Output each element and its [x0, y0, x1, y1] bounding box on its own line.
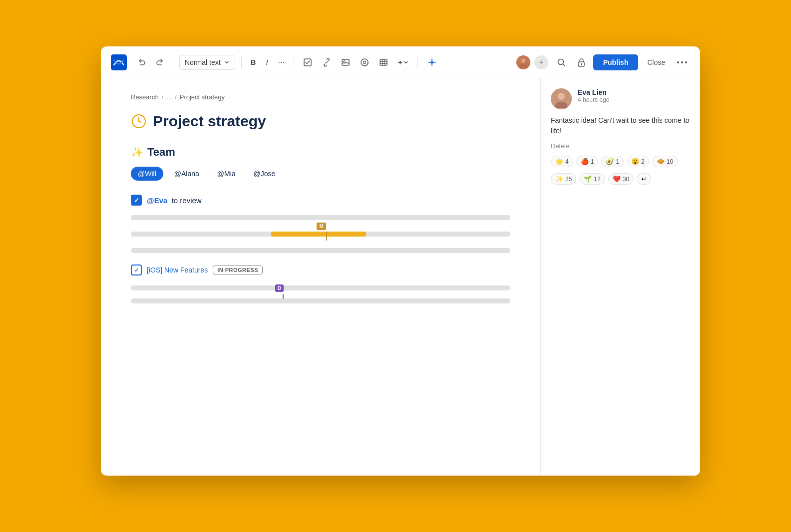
more-formatting-button[interactable]: ···: [275, 56, 288, 69]
task-eva-review: @Eva to review: [131, 195, 510, 206]
svg-point-5: [363, 61, 366, 63]
gantt-bar-bg-3: [131, 248, 510, 253]
reaction-waffle[interactable]: 🧇 10: [652, 156, 678, 167]
task-checkbox-1[interactable]: [131, 195, 142, 206]
ios-task-label[interactable]: [iOS] New Features: [147, 266, 208, 274]
reaction-avocado[interactable]: 🥑 1: [601, 156, 624, 167]
image-button[interactable]: [338, 56, 353, 69]
svg-rect-6: [380, 59, 387, 65]
reaction-seedling[interactable]: 🌱 12: [579, 173, 605, 185]
svg-point-13: [558, 59, 563, 64]
gantt-bar-fill: [271, 232, 366, 237]
reaction-waffle-emoji: 🧇: [657, 158, 665, 165]
search-button[interactable]: [553, 54, 569, 70]
svg-point-18: [685, 61, 687, 63]
gantt-cursor-d: D: [275, 284, 284, 292]
gantt-cursor-line: [326, 232, 327, 241]
table-button[interactable]: [376, 56, 391, 69]
toolbar-divider-2: [241, 56, 242, 68]
restrictions-button[interactable]: [573, 54, 589, 70]
reaction-surprised-count: 2: [641, 158, 645, 165]
svg-rect-2: [342, 59, 349, 65]
close-button[interactable]: Close: [642, 55, 670, 69]
ios-task: [iOS] New Features IN PROGRESS: [131, 265, 510, 275]
breadcrumb: Research / ... / Project strategy: [131, 93, 510, 101]
reaction-apple-count: 1: [591, 158, 594, 165]
team-sparkle-icon: ✨: [131, 146, 143, 158]
toolbar: Normal text B I ···: [101, 46, 700, 78]
link-button[interactable]: [319, 56, 334, 69]
gantt-bar-3: [131, 247, 510, 255]
breadcrumb-current: Project strategy: [180, 93, 225, 101]
gantt-bar2-1: D: [131, 285, 510, 293]
reaction-reply[interactable]: ↩: [637, 173, 651, 185]
task-mention-eva[interactable]: @Eva: [147, 196, 167, 205]
reaction-apple[interactable]: 🍎 1: [576, 156, 599, 167]
comment-panel: Eva Lien 4 hours ago Fantastic idea! Can…: [540, 78, 700, 476]
undo-button[interactable]: [135, 56, 149, 68]
svg-point-17: [681, 61, 683, 63]
outer-background: Normal text B I ···: [0, 0, 791, 532]
mention-button[interactable]: [357, 56, 372, 69]
svg-point-15: [581, 63, 582, 65]
italic-button[interactable]: I: [263, 56, 271, 68]
reaction-reply-emoji: ↩: [641, 175, 647, 183]
gantt-bar2-bg-1: [131, 285, 510, 290]
commenter-name: Eva Lien: [578, 88, 609, 96]
reaction-star-count: 4: [565, 158, 569, 165]
page-title: Project strategy: [153, 113, 266, 130]
team-heading: Team: [147, 146, 175, 159]
gantt-bar-1: [131, 214, 510, 222]
more-options-button[interactable]: [674, 58, 690, 66]
commenter-avatar: [551, 88, 572, 109]
team-tags: @Will @Alana @Mia @Jose: [131, 167, 510, 181]
reaction-surprised[interactable]: 😮 2: [627, 156, 649, 167]
reaction-sparkle-emoji: ✨: [555, 175, 563, 183]
add-collaborator-button[interactable]: +: [533, 54, 549, 70]
tag-will[interactable]: @Will: [131, 167, 163, 181]
publish-button[interactable]: Publish: [593, 54, 639, 70]
gantt-bar2-bg-2: [131, 298, 510, 303]
text-style-label: Normal text: [185, 58, 221, 66]
reactions-row-1: 🌟 4 🍎 1 🥑 1 😮 2: [551, 156, 690, 167]
gantt-bar-bg-1: [131, 215, 510, 220]
reaction-star[interactable]: 🌟 4: [551, 156, 573, 167]
task-button[interactable]: [300, 56, 315, 69]
breadcrumb-sep-1: /: [162, 93, 164, 101]
redo-button[interactable]: [153, 56, 167, 68]
reaction-avocado-emoji: 🥑: [606, 158, 614, 165]
commenter-info: Eva Lien 4 hours ago: [578, 88, 609, 103]
editor-area[interactable]: Research / ... / Project strategy: [101, 78, 540, 476]
gantt-bar2-2: [131, 298, 510, 306]
page-title-area: Project strategy: [131, 113, 510, 130]
breadcrumb-sep-2: /: [175, 93, 177, 101]
text-style-dropdown[interactable]: Normal text: [179, 55, 235, 70]
gantt-bar-bg-2: [131, 232, 510, 237]
page-title-icon: [131, 113, 147, 129]
svg-rect-0: [111, 54, 127, 70]
breadcrumb-root[interactable]: Research: [131, 93, 159, 101]
reaction-heart-emoji: ❤️: [613, 175, 621, 183]
bold-button[interactable]: B: [248, 56, 259, 68]
toolbar-divider-3: [294, 56, 294, 68]
comment-text: Fantastic idea! Can't wait to see this c…: [551, 115, 690, 136]
reaction-heart[interactable]: ❤️ 30: [608, 173, 634, 185]
svg-point-21: [558, 93, 565, 100]
reaction-sparkle-count: 25: [565, 176, 572, 183]
content-wrapper: Research / ... / Project strategy: [101, 78, 700, 476]
svg-point-3: [344, 60, 345, 62]
gantt-area-2: D: [131, 285, 510, 306]
insert-button[interactable]: +: [395, 56, 411, 68]
reaction-sparkle[interactable]: ✨ 25: [551, 173, 576, 185]
reaction-star-emoji: 🌟: [555, 158, 563, 165]
app-window: Normal text B I ···: [101, 46, 700, 476]
tag-mia[interactable]: @Mia: [210, 167, 243, 181]
confluence-logo: [111, 54, 127, 70]
tag-alana[interactable]: @Alana: [167, 167, 206, 181]
delete-comment-link[interactable]: Delete: [551, 142, 690, 150]
task-text-1: @Eva to review: [147, 196, 202, 205]
reaction-seedling-count: 12: [594, 176, 600, 183]
ios-task-checkbox[interactable]: [131, 265, 142, 275]
tag-jose[interactable]: @Jose: [247, 167, 283, 181]
ai-button[interactable]: [424, 55, 440, 69]
